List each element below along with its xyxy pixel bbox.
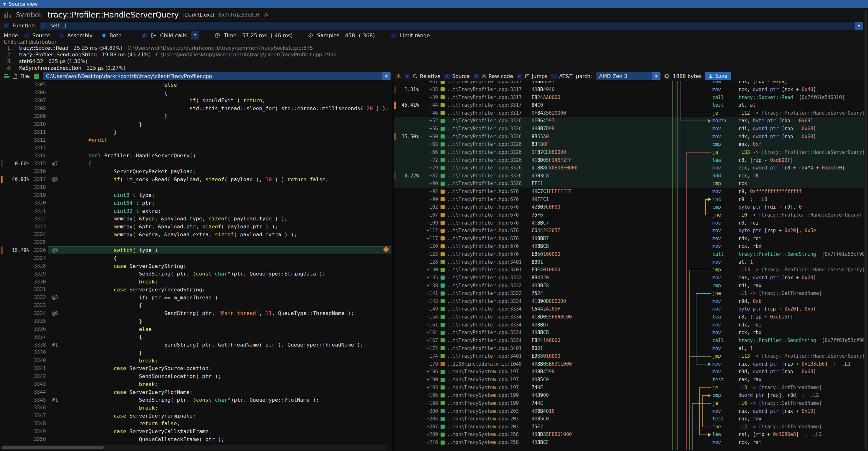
asm-row[interactable]: +120..t\TracyProfiler.hpp:676488BCBmovrc… [394,242,864,250]
source-location[interactable]: ..t\TracyProfiler.cpp:3334 [447,306,532,312]
asm-row[interactable]: +190..mon\TracySystem.cpp:1974885C0testr… [394,376,864,384]
source-line[interactable]: 3338@1SendString( ptr, GetThreadName( pt… [0,341,392,349]
function-dropdown[interactable]: [ - self - ] [40,21,864,30]
relative-checkbox[interactable]: ✓ [405,73,411,79]
source-location[interactable]: ..mon\TracySystem.cpp:199 [447,400,532,406]
asm-row[interactable]: +46..t\TracyProfiler.cpp:33170F843502000… [394,109,864,117]
source-line[interactable]: 3337{ [0,333,392,341]
source-location[interactable]: ..t\TracyProfiler.hpp:676 [447,243,532,249]
asm-row[interactable]: +130..t\TracyProfiler.cpp:3401E9E4010000… [394,266,864,274]
asm-row[interactable]: +179..1103\include\atomic:1048488B05B63C… [394,360,864,368]
source-location[interactable]: ..mon\TracySystem.cpp:197 [447,377,532,383]
asm-row[interactable]: +107..t\TracyProfiler.hpp:67675F6jne.L0 … [394,211,864,219]
source-line[interactable]: 3345@1SendString( ptr, (const char*)ptr,… [0,396,392,404]
asm-row[interactable]: +123..t\TracyProfiler.hpp:676E850160000c… [394,250,864,258]
child-call-item[interactable]: 2.tracy::Profiler::SendLongString19.88 m… [0,51,868,58]
source-line[interactable]: 3348return false; [0,420,392,428]
child-calls-checkbox[interactable]: ✓ [141,32,147,38]
asm-row[interactable]: +128..t\TracyProfiler.cpp:3401B001moval,… [394,258,864,266]
source-toggle[interactable]: ✓ Source [444,73,470,79]
source-line[interactable]: 3306{ [0,89,392,97]
source-line[interactable]: 3312#endif [0,136,392,144]
source-line[interactable]: 0.66%3315@7{ [0,159,392,168]
source-line[interactable]: 46.93%3317@5if( !m_sock->Read( &payload,… [0,176,392,183]
asm-row[interactable]: 15.50%+60..t\TracyProfiler.cpp:33268B55A… [394,132,864,141]
source-line[interactable]: 3341case ServerQuerySourceLocation: [0,364,392,372]
source-location[interactable]: ..t\TracyProfiler.cpp:3401 [447,353,532,359]
save-button[interactable]: Save [705,72,731,80]
asm-row[interactable]: +143..t\TracyProfiler.cpp:333441B90B0000… [394,298,864,305]
function-checkbox[interactable]: ✓ [3,23,9,29]
source-line[interactable]: 3308std::this_thread::sleep_for( std::ch… [0,104,392,113]
source-location[interactable]: ..mon\TracySystem.cpp:197 [447,385,532,390]
source-line[interactable]: 3340break; [0,357,392,365]
source-location[interactable]: ..t\TracyProfiler.cpp:3317 [447,95,532,100]
asm-row[interactable]: +90..t\TracyProfiler.cpp:3326FFE1jmprcx [394,180,864,188]
uarch-dropdown[interactable]: AMD Zen 3 [595,72,661,81]
source-location[interactable]: ..t\TracyProfiler.hpp:676 [447,251,532,257]
source-location[interactable]: ..t\TracyProfiler.cpp:3326 [447,165,532,171]
child-call-item[interactable]: 3.stat64i32625 μs (1.36%) [0,58,868,65]
asm-row[interactable]: +161..t\TracyProfiler.cpp:3334488BD7movr… [394,321,864,329]
source-line[interactable]: 3310} [0,120,392,128]
source-line[interactable]: 3343break; [0,380,392,388]
source-line[interactable]: 3328case ServerQueryString: [0,262,392,270]
source-location[interactable]: ..t\TracyProfiler.cpp:3401 [447,345,532,351]
asm-row[interactable]: +56..t\TracyProfiler.cpp:3326488B7D98mov… [394,125,864,133]
source-line[interactable]: 3332@3if( ptr == m_mainThread ) [0,294,392,302]
asm-row[interactable]: +112..t\TracyProfiler.hpp:676C64424205Em… [394,227,864,235]
jumps-toggle[interactable]: ✓ Jumps [517,73,548,79]
source-location[interactable]: ..t\TracyProfiler.cpp:3317 [447,110,532,116]
source-line[interactable]: 3333{ [0,302,392,309]
source-line[interactable]: 3307if( shouldExit ) return; [0,96,392,104]
asm-row[interactable]: +209..mon\TracySystem.cpp:258488D35E8861… [394,431,864,439]
asm-row[interactable]: +216..mon\TracySystem.cpp:258488BCEmovrc… [394,439,864,447]
source-location[interactable]: ..t\TracyProfiler.hpp:676 [447,228,532,234]
asm-row[interactable]: +204..mon\TracySystem.cpp:2034885C0testr… [394,415,864,423]
source-line[interactable]: 3324memcpy( &extra, &payload.extra, size… [0,231,392,239]
asm-row[interactable]: +79..t\TracyProfiler.cpp:3326418B8C80E0B… [394,164,864,172]
source-location[interactable]: ..t\TracyProfiler.hpp:676 [447,188,532,194]
source-location[interactable]: ..mon\TracySystem.cpp:203 [447,424,532,430]
asm-row[interactable]: +66..t\TracyProfiler.cpp:33260F87CE06000… [394,148,864,156]
source-line[interactable]: 3329SendString( ptr, (const char*)ptr, Q… [0,270,392,278]
asm-row[interactable]: +174..t\TracyProfiler.cpp:3401E9B8010000… [394,352,864,360]
source-location[interactable]: ..t\TracyProfiler.cpp:3317 [447,81,532,84]
file-dropdown[interactable]: C:\Users\wolf\Desktop\darkrl\contrib\tra… [42,72,391,81]
asm-row[interactable]: 1.31%+35..t\TracyProfiler.cpp:3317488B49… [394,86,864,94]
asm-row[interactable]: +198..mon\TracySystem.cpp:199744Cje.L6 -… [394,399,864,408]
source-line[interactable]: 3342SendSourceLocation( ptr ); [0,372,392,380]
asm-row[interactable]: +39..t\TracyProfiler.cpp:3317E824AA0000c… [394,93,864,101]
asm-row[interactable]: +154..t\TracyProfiler.cpp:33344C8D055FBA… [394,313,864,321]
source-location[interactable]: ..mon\TracySystem.cpp:199 [447,392,532,398]
asm-row[interactable]: +117..t\TracyProfiler.hpp:676488BD7movrd… [394,235,864,243]
source-line[interactable]: 3309} [0,113,392,120]
source-line[interactable]: 3323memcpy( &ptr, &payload.ptr, sizeof( … [0,222,392,231]
source-checkbox[interactable]: ✓ [444,73,450,79]
asm-row[interactable]: +207..mon\TracySystem.cpp:20375F2jne.L2 … [394,423,864,431]
source-line[interactable]: 3322memcpy( &type, &payload.type, sizeof… [0,215,392,222]
source-line[interactable]: 3318 [0,183,392,191]
asm-row[interactable]: +200..mon\TracySystem.cpp:203488B4010mov… [394,407,864,415]
source-location[interactable]: ..t\TracyProfiler.hpp:676 [447,197,532,202]
source-location[interactable]: ..t\TracyProfiler.cpp:3332 [447,283,532,289]
source-line[interactable]: 3311} [0,128,392,136]
source-location[interactable]: ..t\TracyProfiler.cpp:3334 [447,298,532,304]
source-location[interactable]: ..t\TracyProfiler.cpp:3332 [447,291,532,296]
source-location[interactable]: ..mon\TracySystem.cpp:258 [447,440,532,445]
asm-row[interactable]: +164..t\TracyProfiler.cpp:3334488BCBmovr… [394,329,864,337]
source-line[interactable]: 3339} [0,349,392,357]
source-line[interactable]: 3350QueueCallstackFrame( ptr ); [0,435,392,443]
child-call-name[interactable]: tracy::Profiler::SendLongString [19,52,97,58]
source-line[interactable]: 3319uint8_t type; [0,191,392,199]
child-call-name[interactable]: stat64i32 [19,58,43,64]
asm-row[interactable]: +172..t\TracyProfiler.cpp:3401B001moval,… [394,344,864,352]
source-location[interactable]: ..t\TracyProfiler.cpp:3326 [447,181,532,186]
source-location[interactable]: ..t\TracyProfiler.cpp:3332 [447,275,532,280]
source-line[interactable]: 3314bool Profiler::HandleServerQuery() [0,152,392,160]
mode-radio-source[interactable]: Source [24,32,51,38]
raw-code-checkbox[interactable]: ✓ [473,73,479,79]
limit-range-checkbox[interactable]: ✓ [390,32,396,38]
source-location[interactable]: ..t\TracyProfiler.cpp:3334 [447,338,532,343]
asm-row[interactable]: +193..mon\TracySystem.cpp:197740Eje.L3 -… [394,384,864,391]
